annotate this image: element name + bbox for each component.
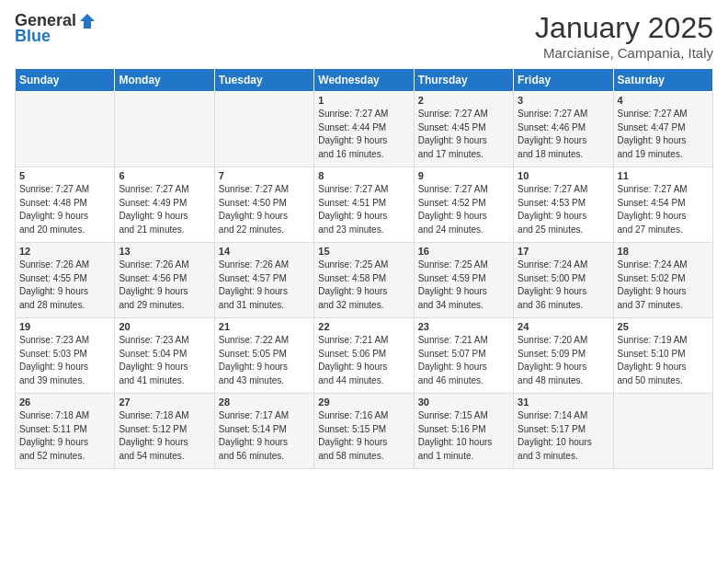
calendar-week-row: 5Sunrise: 7:27 AM Sunset: 4:48 PM Daylig… (16, 167, 713, 243)
day-info: Sunrise: 7:19 AM Sunset: 5:10 PM Dayligh… (618, 334, 709, 387)
calendar-cell: 27Sunrise: 7:18 AM Sunset: 5:12 PM Dayli… (115, 394, 214, 469)
day-info: Sunrise: 7:27 AM Sunset: 4:49 PM Dayligh… (119, 183, 210, 236)
day-info: Sunrise: 7:27 AM Sunset: 4:47 PM Dayligh… (618, 108, 709, 161)
calendar-cell: 19Sunrise: 7:23 AM Sunset: 5:03 PM Dayli… (16, 318, 115, 394)
day-info: Sunrise: 7:27 AM Sunset: 4:51 PM Dayligh… (318, 183, 409, 236)
header: General Blue January 2025 Marcianise, Ca… (15, 11, 713, 61)
calendar-cell: 29Sunrise: 7:16 AM Sunset: 5:15 PM Dayli… (314, 394, 414, 469)
day-info: Sunrise: 7:24 AM Sunset: 5:02 PM Dayligh… (618, 259, 709, 312)
day-info: Sunrise: 7:23 AM Sunset: 5:03 PM Dayligh… (19, 334, 110, 387)
day-number: 29 (318, 396, 409, 408)
calendar-cell: 31Sunrise: 7:14 AM Sunset: 5:17 PM Dayli… (514, 394, 613, 469)
calendar-cell (613, 394, 712, 469)
calendar-cell: 3Sunrise: 7:27 AM Sunset: 4:46 PM Daylig… (514, 92, 613, 167)
day-number: 6 (119, 170, 210, 181)
calendar-cell: 5Sunrise: 7:27 AM Sunset: 4:48 PM Daylig… (16, 167, 115, 243)
header-monday: Monday (115, 69, 214, 92)
day-info: Sunrise: 7:27 AM Sunset: 4:44 PM Dayligh… (318, 108, 409, 161)
calendar-week-row: 12Sunrise: 7:26 AM Sunset: 4:55 PM Dayli… (16, 243, 713, 318)
calendar-cell: 13Sunrise: 7:26 AM Sunset: 4:56 PM Dayli… (115, 243, 214, 318)
calendar-cell: 23Sunrise: 7:21 AM Sunset: 5:07 PM Dayli… (414, 318, 513, 394)
calendar-cell: 8Sunrise: 7:27 AM Sunset: 4:51 PM Daylig… (314, 167, 414, 243)
header-tuesday: Tuesday (214, 69, 313, 92)
calendar-cell: 16Sunrise: 7:25 AM Sunset: 4:59 PM Dayli… (414, 243, 513, 318)
calendar-cell: 18Sunrise: 7:24 AM Sunset: 5:02 PM Dayli… (613, 243, 712, 318)
day-number: 31 (518, 396, 609, 408)
calendar-cell: 12Sunrise: 7:26 AM Sunset: 4:55 PM Dayli… (16, 243, 115, 318)
day-info: Sunrise: 7:26 AM Sunset: 4:57 PM Dayligh… (219, 259, 310, 312)
day-number: 24 (518, 321, 609, 332)
logo-icon (78, 12, 97, 30)
day-info: Sunrise: 7:16 AM Sunset: 5:15 PM Dayligh… (318, 409, 409, 463)
day-info: Sunrise: 7:18 AM Sunset: 5:11 PM Dayligh… (19, 409, 110, 463)
day-number: 9 (418, 170, 509, 181)
day-number: 13 (119, 246, 210, 257)
day-number: 16 (418, 246, 509, 257)
day-number: 14 (219, 246, 310, 257)
calendar-cell: 9Sunrise: 7:27 AM Sunset: 4:52 PM Daylig… (414, 167, 513, 243)
day-number: 23 (418, 321, 509, 332)
day-info: Sunrise: 7:26 AM Sunset: 4:55 PM Dayligh… (19, 259, 110, 312)
day-number: 3 (518, 95, 609, 106)
calendar-cell: 26Sunrise: 7:18 AM Sunset: 5:11 PM Dayli… (16, 394, 115, 469)
day-number: 30 (418, 396, 509, 408)
day-info: Sunrise: 7:21 AM Sunset: 5:07 PM Dayligh… (418, 334, 509, 387)
location: Marcianise, Campania, Italy (535, 45, 713, 61)
day-number: 2 (418, 95, 509, 106)
header-sunday: Sunday (16, 69, 115, 92)
calendar-cell: 24Sunrise: 7:20 AM Sunset: 5:09 PM Dayli… (514, 318, 613, 394)
calendar-cell: 6Sunrise: 7:27 AM Sunset: 4:49 PM Daylig… (115, 167, 214, 243)
day-info: Sunrise: 7:23 AM Sunset: 5:04 PM Dayligh… (119, 334, 210, 387)
calendar-cell (214, 92, 313, 167)
day-info: Sunrise: 7:21 AM Sunset: 5:06 PM Dayligh… (318, 334, 409, 387)
day-number: 18 (618, 246, 709, 257)
calendar-cell: 7Sunrise: 7:27 AM Sunset: 4:50 PM Daylig… (214, 167, 313, 243)
page: General Blue January 2025 Marcianise, Ca… (0, 0, 728, 563)
day-number: 17 (518, 246, 609, 257)
weekday-header-row: Sunday Monday Tuesday Wednesday Thursday… (16, 69, 713, 92)
calendar-week-row: 19Sunrise: 7:23 AM Sunset: 5:03 PM Dayli… (16, 318, 713, 394)
day-info: Sunrise: 7:27 AM Sunset: 4:48 PM Dayligh… (19, 183, 110, 236)
logo-blue: Blue (15, 27, 51, 46)
day-number: 28 (219, 396, 310, 408)
day-number: 11 (618, 170, 709, 181)
day-number: 8 (318, 170, 409, 181)
day-number: 25 (618, 321, 709, 332)
calendar-cell: 25Sunrise: 7:19 AM Sunset: 5:10 PM Dayli… (613, 318, 712, 394)
calendar-cell: 20Sunrise: 7:23 AM Sunset: 5:04 PM Dayli… (115, 318, 214, 394)
day-info: Sunrise: 7:27 AM Sunset: 4:50 PM Dayligh… (219, 183, 310, 236)
header-saturday: Saturday (613, 69, 712, 92)
calendar-cell (115, 92, 214, 167)
day-info: Sunrise: 7:14 AM Sunset: 5:17 PM Dayligh… (518, 409, 609, 463)
day-number: 21 (219, 321, 310, 332)
day-number: 10 (518, 170, 609, 181)
calendar-cell: 21Sunrise: 7:22 AM Sunset: 5:05 PM Dayli… (214, 318, 313, 394)
day-number: 7 (219, 170, 310, 181)
calendar-week-row: 1Sunrise: 7:27 AM Sunset: 4:44 PM Daylig… (16, 92, 713, 167)
day-number: 5 (19, 170, 110, 181)
day-info: Sunrise: 7:17 AM Sunset: 5:14 PM Dayligh… (219, 409, 310, 463)
day-number: 27 (119, 396, 210, 408)
day-number: 1 (318, 95, 409, 106)
calendar-week-row: 26Sunrise: 7:18 AM Sunset: 5:11 PM Dayli… (16, 394, 713, 469)
calendar-cell: 2Sunrise: 7:27 AM Sunset: 4:45 PM Daylig… (414, 92, 513, 167)
calendar-cell: 1Sunrise: 7:27 AM Sunset: 4:44 PM Daylig… (314, 92, 414, 167)
day-number: 15 (318, 246, 409, 257)
day-info: Sunrise: 7:18 AM Sunset: 5:12 PM Dayligh… (119, 409, 210, 463)
day-info: Sunrise: 7:24 AM Sunset: 5:00 PM Dayligh… (518, 259, 609, 312)
day-info: Sunrise: 7:27 AM Sunset: 4:52 PM Dayligh… (418, 183, 509, 236)
calendar-cell: 10Sunrise: 7:27 AM Sunset: 4:53 PM Dayli… (514, 167, 613, 243)
svg-marker-0 (80, 14, 95, 29)
calendar-cell: 30Sunrise: 7:15 AM Sunset: 5:16 PM Dayli… (414, 394, 513, 469)
day-info: Sunrise: 7:22 AM Sunset: 5:05 PM Dayligh… (219, 334, 310, 387)
header-friday: Friday (514, 69, 613, 92)
calendar-cell: 22Sunrise: 7:21 AM Sunset: 5:06 PM Dayli… (314, 318, 414, 394)
day-info: Sunrise: 7:27 AM Sunset: 4:54 PM Dayligh… (618, 183, 709, 236)
month-title: January 2025 (535, 11, 713, 45)
day-info: Sunrise: 7:27 AM Sunset: 4:46 PM Dayligh… (518, 108, 609, 161)
day-info: Sunrise: 7:27 AM Sunset: 4:53 PM Dayligh… (518, 183, 609, 236)
calendar-cell: 15Sunrise: 7:25 AM Sunset: 4:58 PM Dayli… (314, 243, 414, 318)
title-area: January 2025 Marcianise, Campania, Italy (535, 11, 713, 61)
logo-area: General Blue (15, 11, 97, 46)
day-info: Sunrise: 7:27 AM Sunset: 4:45 PM Dayligh… (418, 108, 509, 161)
